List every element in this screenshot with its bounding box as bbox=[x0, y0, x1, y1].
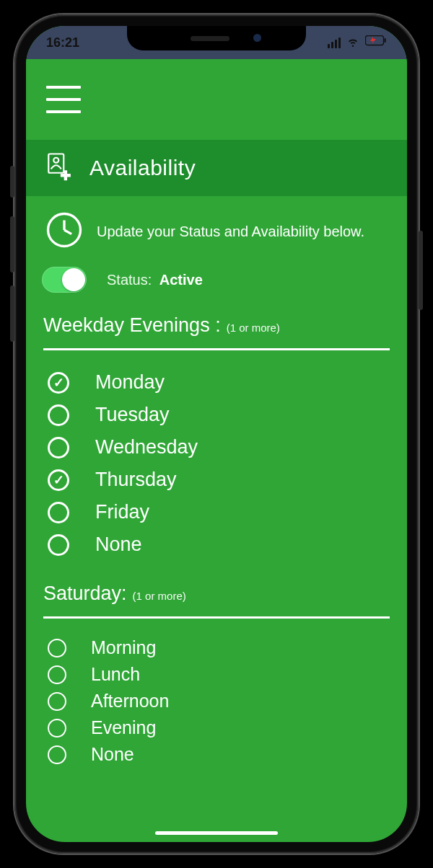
notch bbox=[127, 26, 306, 50]
option-label: Wednesday bbox=[95, 436, 198, 459]
saturday-option-lunch[interactable]: Lunch bbox=[42, 661, 391, 688]
option-label: None bbox=[91, 744, 134, 765]
weekday-option-tuesday[interactable]: Tuesday bbox=[42, 399, 391, 431]
radio-icon[interactable] bbox=[48, 502, 69, 523]
option-label: Lunch bbox=[91, 664, 140, 685]
status-value: Active bbox=[159, 272, 203, 288]
weekday-section-header: Weekday Evenings : (1 or more) bbox=[42, 304, 391, 341]
divider bbox=[43, 616, 390, 619]
saturday-options: MorningLunchAfternoonEveningNone bbox=[42, 634, 391, 768]
radio-icon[interactable] bbox=[48, 534, 69, 556]
option-label: Tuesday bbox=[95, 404, 170, 426]
saturday-section-note: (1 or more) bbox=[133, 590, 186, 602]
title-bar: Availability bbox=[26, 140, 407, 196]
volume-down-button bbox=[10, 285, 14, 342]
weekday-option-thursday[interactable]: Thursday bbox=[42, 464, 391, 496]
radio-icon[interactable] bbox=[48, 437, 69, 459]
phone-frame: 16:21 bbox=[14, 14, 419, 854]
option-label: Monday bbox=[95, 371, 165, 394]
radio-icon[interactable] bbox=[48, 469, 69, 491]
signal-icon bbox=[328, 37, 341, 48]
status-row: Status: Active bbox=[42, 262, 391, 304]
option-label: Afternoon bbox=[91, 691, 169, 712]
weekday-section-note: (1 or more) bbox=[227, 322, 280, 334]
svg-point-3 bbox=[53, 158, 58, 163]
radio-icon[interactable] bbox=[48, 404, 69, 426]
weekday-option-monday[interactable]: Monday bbox=[42, 366, 391, 399]
page-title: Availability bbox=[89, 156, 196, 180]
availability-icon bbox=[45, 151, 75, 185]
saturday-option-afternoon[interactable]: Afternoon bbox=[42, 688, 391, 714]
screen: 16:21 bbox=[26, 26, 407, 842]
radio-icon[interactable] bbox=[48, 745, 66, 764]
radio-icon[interactable] bbox=[48, 372, 69, 394]
radio-icon[interactable] bbox=[48, 692, 66, 711]
wifi-icon bbox=[346, 34, 360, 52]
home-indicator[interactable] bbox=[155, 831, 278, 835]
option-label: Friday bbox=[95, 501, 149, 523]
menu-icon[interactable] bbox=[46, 86, 81, 113]
saturday-option-none[interactable]: None bbox=[42, 741, 391, 768]
clock-time: 16:21 bbox=[46, 35, 79, 50]
volume-up-button bbox=[10, 216, 14, 273]
option-label: Morning bbox=[91, 637, 156, 658]
status-toggle[interactable] bbox=[42, 267, 87, 293]
radio-icon[interactable] bbox=[48, 665, 66, 684]
status-label: Status: bbox=[107, 272, 152, 288]
option-label: Thursday bbox=[95, 469, 177, 491]
saturday-option-evening[interactable]: Evening bbox=[42, 714, 391, 741]
weekday-option-friday[interactable]: Friday bbox=[42, 496, 391, 528]
saturday-section-header: Saturday: (1 or more) bbox=[42, 561, 391, 609]
weekday-option-wednesday[interactable]: Wednesday bbox=[42, 431, 391, 464]
weekday-section-title: Weekday Evenings : bbox=[43, 314, 221, 337]
app-header bbox=[26, 59, 407, 140]
svg-line-8 bbox=[64, 230, 71, 234]
power-button bbox=[419, 231, 423, 310]
hint-text: Update your Status and Availability belo… bbox=[97, 222, 364, 242]
radio-icon[interactable] bbox=[48, 639, 66, 657]
saturday-section-title: Saturday: bbox=[43, 583, 127, 605]
svg-rect-1 bbox=[385, 38, 386, 43]
saturday-option-morning[interactable]: Morning bbox=[42, 634, 391, 661]
weekday-option-none[interactable]: None bbox=[42, 528, 391, 561]
option-label: None bbox=[95, 533, 142, 556]
option-label: Evening bbox=[91, 717, 156, 738]
hint-row: Update your Status and Availability belo… bbox=[42, 206, 391, 262]
divider bbox=[43, 348, 390, 350]
weekday-options: MondayTuesdayWednesdayThursdayFridayNone bbox=[42, 366, 391, 561]
radio-icon[interactable] bbox=[48, 719, 66, 738]
battery-low-icon bbox=[365, 35, 387, 50]
side-button bbox=[10, 166, 14, 198]
clock-icon bbox=[45, 211, 84, 252]
